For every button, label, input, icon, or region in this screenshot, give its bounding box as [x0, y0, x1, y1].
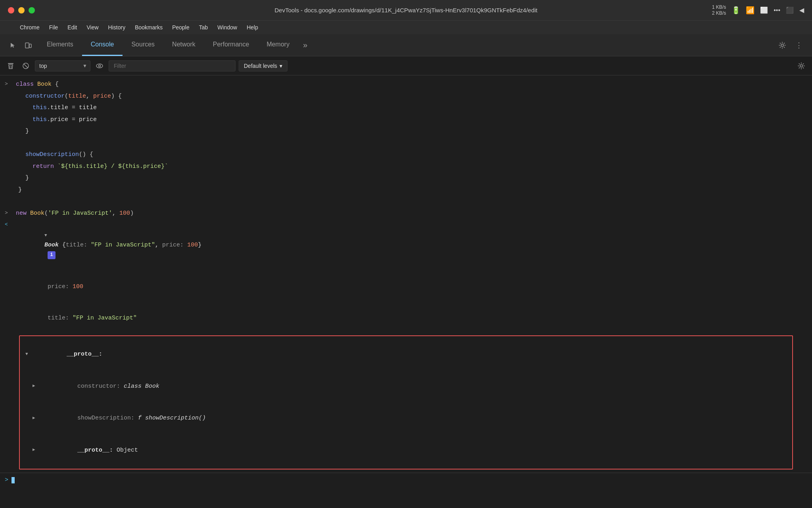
code-new-book: new Book('FP in JavaScript', 100): [16, 208, 134, 219]
battery-icon: 🔋: [732, 6, 740, 15]
obj-title-line: title: "FP in JavaScript": [0, 302, 812, 334]
title-bar-right: 1 KB/s 2 KB/s 🔋 📶 ⬜ ••• ⬛ ◀: [712, 4, 804, 16]
control-center-icon: ⬜: [760, 6, 768, 14]
code-return: return `${this.title} / ${this.price}`: [18, 162, 168, 172]
console-line-close-brace-3: }: [0, 184, 812, 196]
console-line-constructor: constructor(title, price) {: [0, 90, 812, 102]
code-this-price: this.price = price: [18, 115, 97, 125]
constructor-triangle[interactable]: [33, 383, 38, 390]
more-tabs-button[interactable]: »: [298, 34, 312, 56]
history-menu[interactable]: History: [104, 23, 130, 32]
proto-triangle[interactable]: [25, 351, 31, 358]
code-book-result: Book {title: "FP in JavaScript", price: …: [16, 220, 201, 271]
apple-menu[interactable]: [6, 26, 14, 29]
default-levels-label: Default levels: [244, 63, 277, 69]
menu-bar-extra-icon: ⬛: [786, 6, 794, 14]
devtools-settings-area: ⋮: [769, 34, 812, 56]
window-title: DevTools - docs.google.com/drawings/d/11…: [274, 7, 537, 13]
svg-point-8: [800, 65, 802, 67]
tab-elements[interactable]: Elements: [38, 34, 82, 56]
tab-menu[interactable]: Tab: [195, 23, 212, 32]
console-settings-icon[interactable]: [795, 60, 807, 72]
edit-menu[interactable]: Edit: [63, 23, 81, 32]
code-title-prop: title: "FP in JavaScript": [19, 303, 137, 333]
devtools-panel: Elements Console Sources Network Perform…: [0, 34, 812, 508]
chrome-menu[interactable]: Chrome: [16, 23, 44, 32]
bookmarks-menu[interactable]: Bookmarks: [131, 23, 167, 32]
traffic-lights[interactable]: [8, 7, 35, 13]
console-line-this-title: this.title = title: [0, 102, 812, 114]
title-bar: DevTools - docs.google.com/drawings/d/11…: [0, 0, 812, 21]
console-line-close-brace-1: }: [0, 125, 812, 137]
console-line-blank1: [0, 137, 812, 149]
code-brace-1: }: [18, 126, 29, 137]
code-price-prop: price: 100: [19, 272, 83, 302]
close-button[interactable]: [8, 7, 14, 13]
vertical-dots-icon: ⋮: [795, 42, 802, 49]
context-selector[interactable]: top: [35, 60, 90, 71]
proto-showdesc-line: showDescription: f showDescription(): [20, 402, 792, 435]
default-levels-arrow-icon: ▾: [280, 63, 282, 69]
minimize-button[interactable]: [18, 7, 25, 13]
tab-console-label: Console: [91, 41, 114, 48]
svg-point-6: [96, 64, 103, 68]
blank-2: [5, 196, 8, 207]
book-expand-triangle[interactable]: [44, 232, 50, 239]
console-line-newbook: > new Book('FP in JavaScript', 100): [0, 208, 812, 219]
proto-box: __proto__: constructor: class Book showD…: [19, 335, 793, 470]
default-levels-button[interactable]: Default levels ▾: [239, 60, 287, 71]
console-line-return: return `${this.title} / ${this.price}`: [0, 161, 812, 173]
device-toolbar-icon[interactable]: [21, 38, 35, 52]
menu-extras-icon: •••: [774, 7, 780, 14]
tab-network[interactable]: Network: [163, 34, 204, 56]
eye-icon[interactable]: [94, 60, 105, 72]
devtools-more-icon[interactable]: ⋮: [792, 38, 806, 52]
info-badge[interactable]: i: [48, 251, 56, 259]
devtools-settings-icon[interactable]: [776, 38, 789, 52]
tab-sources-label: Sources: [131, 41, 155, 48]
context-selector-wrapper[interactable]: top ▼: [35, 60, 90, 71]
code-constructor: constructor(title, price) {: [18, 91, 122, 102]
console-line-blank2: [0, 196, 812, 208]
tab-performance[interactable]: Performance: [204, 34, 258, 56]
svg-point-7: [99, 65, 101, 67]
help-menu[interactable]: Help: [243, 23, 262, 32]
svg-rect-0: [25, 43, 29, 48]
svg-point-2: [781, 44, 783, 46]
proto-header-label: __proto__:: [31, 339, 102, 370]
code-constructor-prop: constructor: class Book: [38, 371, 159, 402]
view-menu[interactable]: View: [82, 23, 102, 32]
code-showdesc: showDescription() {: [18, 150, 93, 160]
code-showdesc-prop: showDescription: f showDescription(): [38, 403, 206, 434]
tab-memory[interactable]: Memory: [258, 34, 298, 56]
tab-console[interactable]: Console: [82, 34, 123, 56]
proto-header-line: __proto__:: [20, 339, 792, 371]
nested-proto-triangle[interactable]: [33, 446, 38, 454]
output-arrow-icon: <: [5, 220, 13, 229]
tab-network-label: Network: [172, 41, 195, 48]
console-line-close-brace-2: }: [0, 172, 812, 184]
svg-line-5: [24, 64, 28, 68]
tab-performance-label: Performance: [213, 41, 249, 48]
ban-icon[interactable]: [20, 60, 32, 72]
console-line-class: > class Book {: [0, 79, 812, 90]
network-speed: 1 KB/s 2 KB/s: [712, 4, 726, 16]
devtools-tab-bar: Elements Console Sources Network Perform…: [0, 34, 812, 56]
showdesc-triangle[interactable]: [33, 415, 38, 422]
console-output[interactable]: > class Book { constructor(title, price)…: [0, 75, 812, 508]
clear-console-icon[interactable]: [5, 60, 17, 72]
maximize-button[interactable]: [29, 7, 35, 13]
window-menu[interactable]: Window: [213, 23, 241, 32]
proto-nested-line: __proto__: Object: [20, 434, 792, 466]
tab-sources[interactable]: Sources: [123, 34, 163, 56]
svg-rect-3: [8, 63, 13, 64]
clock-icon: ◀: [799, 6, 804, 14]
input-arrow-2-icon: >: [5, 208, 13, 217]
people-menu[interactable]: People: [168, 23, 193, 32]
console-prompt[interactable]: >: [0, 473, 812, 487]
console-line-showdesc: showDescription() {: [0, 149, 812, 161]
prompt-cursor: [11, 477, 15, 483]
filter-input[interactable]: [109, 60, 236, 71]
file-menu[interactable]: File: [45, 23, 62, 32]
select-element-icon[interactable]: [6, 38, 20, 52]
